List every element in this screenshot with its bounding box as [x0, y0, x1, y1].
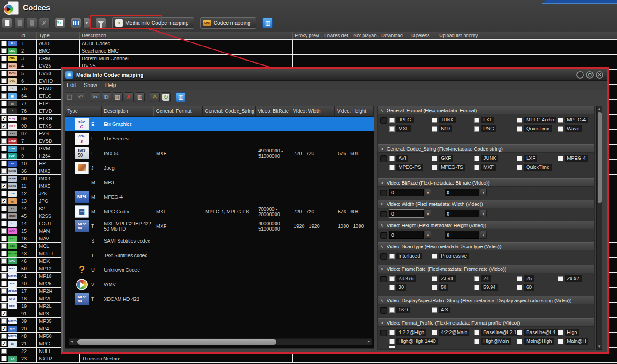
option-checkbox[interactable]: [517, 285, 522, 290]
option-checkbox[interactable]: [389, 285, 395, 290]
menu-help[interactable]: Help: [101, 81, 120, 89]
option-checkbox[interactable]: [558, 156, 563, 161]
grid-view-button[interactable]: [71, 18, 81, 28]
row-checkbox[interactable]: [1, 108, 7, 114]
option-checkbox[interactable]: [474, 118, 479, 123]
row-checkbox[interactable]: [1, 318, 7, 324]
group-checkbox[interactable]: [380, 211, 387, 217]
mapping-column-header[interactable]: Type: [65, 106, 102, 116]
mapping-table-row[interactable]: etx-sEEtx Scenes: [65, 131, 374, 146]
option-checkbox[interactable]: [558, 118, 563, 123]
menu-show[interactable]: Show: [80, 81, 101, 89]
row-checkbox[interactable]: [1, 71, 7, 76]
column-header[interactable]: [481, 32, 617, 39]
mapping-table-row[interactable]: MP250TXDCAM HD 422: [65, 292, 374, 306]
row-checkbox[interactable]: [1, 221, 7, 226]
row-checkbox[interactable]: [1, 48, 7, 53]
option-checkbox[interactable]: [517, 330, 522, 335]
option-checkbox[interactable]: [389, 307, 395, 313]
row-checkbox[interactable]: [1, 168, 7, 174]
minimize-button[interactable]: —: [576, 71, 584, 79]
mapping-table-row[interactable]: ?UUnknown Codec: [65, 262, 374, 277]
option-checkbox[interactable]: [558, 126, 563, 132]
row-checkbox[interactable]: [1, 78, 7, 83]
range-min-input[interactable]: [389, 210, 424, 217]
mapping-column-header[interactable]: Video: Width: [291, 106, 335, 116]
section-header[interactable]: »Video: Height (Flexi-metadata: Height (…: [378, 221, 594, 229]
option-checkbox[interactable]: [517, 156, 522, 161]
collapse-chevron-icon[interactable]: »: [380, 267, 385, 270]
view-dropdown-button[interactable]: ▼: [83, 18, 90, 28]
delete-button[interactable]: ✗: [39, 18, 50, 28]
option-checkbox[interactable]: [474, 156, 479, 161]
row-checkbox[interactable]: ✓: [1, 123, 7, 129]
row-checkbox[interactable]: [1, 288, 7, 294]
mapping-table-row[interactable]: SSAMI Subtitles codec: [65, 233, 374, 248]
column-header[interactable]: Proxy previ...: [293, 32, 322, 39]
collapse-chevron-icon[interactable]: »: [380, 109, 385, 111]
row-checkbox[interactable]: [1, 273, 7, 279]
column-header[interactable]: Lowres def...: [322, 32, 351, 39]
option-checkbox[interactable]: [474, 126, 479, 132]
row-checkbox[interactable]: [1, 93, 7, 99]
row-checkbox[interactable]: [1, 86, 7, 91]
column-header[interactable]: Upload list priority: [437, 32, 481, 39]
option-checkbox[interactable]: [474, 276, 479, 281]
row-checkbox[interactable]: ✓: [1, 198, 7, 204]
collapse-chevron-icon[interactable]: »: [380, 181, 385, 184]
option-checkbox[interactable]: [432, 285, 437, 290]
option-checkbox[interactable]: [474, 330, 479, 335]
mapping-table-row[interactable]: TText Subtitles codec: [65, 248, 374, 262]
option-checkbox[interactable]: [517, 118, 522, 123]
row-checkbox[interactable]: ✓: [1, 183, 7, 189]
option-checkbox[interactable]: [517, 339, 522, 344]
menu-edit[interactable]: Edit: [63, 81, 80, 89]
row-checkbox[interactable]: [1, 356, 7, 361]
row-checkbox[interactable]: [1, 251, 7, 256]
option-checkbox[interactable]: [517, 126, 522, 132]
spinner-up-down-icon[interactable]: ▲▼: [425, 189, 431, 196]
option-checkbox[interactable]: [432, 254, 437, 259]
row-checkbox[interactable]: ✓: [1, 116, 7, 121]
column-header[interactable]: Download: [379, 32, 408, 39]
section-header[interactable]: »General: Codec_String (Flexi-metadata: …: [378, 144, 594, 153]
edit-button[interactable]: [14, 18, 25, 28]
option-checkbox[interactable]: [432, 165, 437, 170]
copy-button[interactable]: [27, 18, 37, 28]
refresh-button[interactable]: ↻: [55, 18, 65, 28]
collapse-chevron-icon[interactable]: »: [380, 321, 385, 324]
row-checkbox[interactable]: [1, 334, 7, 339]
group-checkbox[interactable]: [380, 232, 387, 239]
option-checkbox[interactable]: [517, 165, 522, 170]
mapping-table-row[interactable]: etx-GEEtx Graphics: [65, 117, 374, 131]
new-button[interactable]: [2, 18, 12, 28]
row-checkbox[interactable]: [1, 258, 7, 264]
option-checkbox[interactable]: [389, 254, 395, 259]
cut-button[interactable]: ✂: [91, 92, 100, 102]
option-checkbox[interactable]: [389, 276, 395, 281]
option-checkbox[interactable]: [474, 165, 479, 170]
row-checkbox[interactable]: [1, 206, 7, 211]
scroll-up-arrow-icon[interactable]: ▲: [597, 107, 602, 111]
table-row[interactable]: BMC2BMCSeachange BMC: [0, 47, 617, 55]
maximize-button[interactable]: ▢: [586, 71, 594, 79]
row-checkbox[interactable]: ✓: [1, 326, 7, 331]
dialog-titlebar[interactable]: ✱ Media Info Codec mapping — ▢ ✕: [63, 69, 607, 81]
warning-button[interactable]: ⚠: [150, 92, 160, 102]
mapping-column-header[interactable]: General: Format: [153, 106, 203, 116]
option-checkbox[interactable]: [389, 118, 395, 123]
collapse-chevron-icon[interactable]: »: [380, 299, 385, 301]
group-checkbox[interactable]: [380, 330, 387, 336]
row-checkbox[interactable]: [1, 236, 7, 241]
filter-button[interactable]: [96, 18, 106, 28]
close-button[interactable]: ✕: [596, 71, 603, 79]
delete-button-dialog[interactable]: ✗: [124, 92, 134, 102]
row-checkbox[interactable]: [1, 153, 7, 159]
mapping-table-row[interactable]: MP250TMXF MPEG2 IBP 422 50 Mb HDMXF49000…: [65, 219, 374, 233]
table-row[interactable]: NX23NXTRThomson Nextore: [0, 355, 617, 363]
spinner-up-down-icon[interactable]: ▲▼: [425, 210, 431, 217]
horizontal-scroll-track[interactable]: [75, 339, 366, 345]
option-checkbox[interactable]: [474, 339, 479, 344]
row-checkbox[interactable]: [1, 281, 7, 286]
vertical-scroll-thumb[interactable]: [598, 112, 602, 203]
